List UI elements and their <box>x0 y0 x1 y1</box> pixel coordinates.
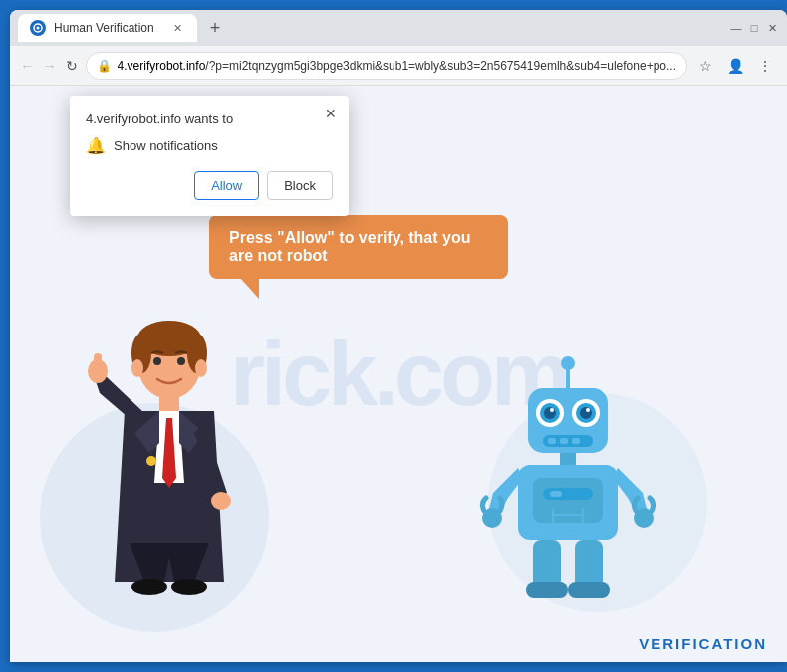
maximize-button[interactable]: □ <box>747 21 761 35</box>
svg-point-16 <box>146 456 156 466</box>
url-text: 4.verifyrobot.info/?p=mi2tqnzygm5gi3bpge… <box>118 59 676 73</box>
url-bar[interactable]: 🔒 4.verifyrobot.info/?p=mi2tqnzygm5gi3bp… <box>86 52 687 80</box>
svg-rect-42 <box>568 582 610 598</box>
svg-point-14 <box>131 359 143 377</box>
svg-point-15 <box>195 359 207 377</box>
svg-point-24 <box>544 407 556 419</box>
title-bar: Human Verification ✕ + — □ ✕ <box>10 10 787 46</box>
lock-icon: 🔒 <box>97 59 112 73</box>
svg-point-26 <box>550 408 554 412</box>
svg-point-1 <box>37 27 40 30</box>
svg-rect-6 <box>159 393 179 411</box>
block-button[interactable]: Block <box>267 171 333 200</box>
svg-rect-40 <box>575 540 603 589</box>
allow-button[interactable]: Allow <box>194 171 259 200</box>
svg-point-13 <box>177 357 185 365</box>
browser-window: Human Verification ✕ + — □ ✕ ← → ↻ 🔒 4.v… <box>10 10 787 662</box>
popup-notification-text: Show notifications <box>114 138 218 153</box>
popup-notification-row: 🔔 Show notifications <box>86 136 333 155</box>
popup-buttons: Allow Block <box>86 171 333 200</box>
browser-tab[interactable]: Human Verification ✕ <box>18 14 197 42</box>
tab-close-button[interactable]: ✕ <box>169 20 185 36</box>
forward-button[interactable]: → <box>41 52 60 80</box>
speech-bubble: Press "Allow" to verify, that you are no… <box>209 215 508 279</box>
svg-point-9 <box>211 492 231 510</box>
bookmark-button[interactable]: ☆ <box>691 52 719 80</box>
window-controls: — □ ✕ <box>729 21 779 35</box>
popup-title: 4.verifyrobot.info wants to <box>86 112 333 126</box>
svg-rect-31 <box>572 438 580 444</box>
tab-favicon <box>30 20 46 36</box>
svg-point-11 <box>171 579 207 595</box>
svg-rect-41 <box>526 582 568 598</box>
svg-point-18 <box>561 356 575 370</box>
url-path: /?p=mi2tqnzygm5gi3bpge3dkmi&sub1=wbly&su… <box>205 59 676 73</box>
notification-popup: ✕ 4.verifyrobot.info wants to 🔔 Show not… <box>70 96 349 216</box>
svg-rect-36 <box>550 491 562 497</box>
svg-rect-8 <box>94 353 102 373</box>
svg-rect-39 <box>533 540 561 589</box>
content-area: rick.com ✕ 4.verifyrobot.info wants to 🔔… <box>10 86 787 662</box>
close-button[interactable]: ✕ <box>765 21 779 35</box>
popup-close-button[interactable]: ✕ <box>321 104 341 123</box>
robot-illustration <box>478 353 657 602</box>
svg-rect-30 <box>560 438 568 444</box>
svg-rect-34 <box>533 478 603 523</box>
new-tab-button[interactable]: + <box>201 14 229 42</box>
svg-rect-29 <box>548 438 556 444</box>
person-illustration <box>70 304 269 642</box>
address-bar: ← → ↻ 🔒 4.verifyrobot.info/?p=mi2tqnzygm… <box>10 46 787 86</box>
minimize-button[interactable]: — <box>729 21 743 35</box>
bell-icon: 🔔 <box>86 136 106 155</box>
verification-label: VERIFICATION <box>639 635 767 652</box>
svg-point-25 <box>580 407 592 419</box>
reload-button[interactable]: ↻ <box>63 52 82 80</box>
tab-title: Human Verification <box>54 21 154 35</box>
back-button[interactable]: ← <box>18 52 37 80</box>
svg-point-27 <box>586 408 590 412</box>
svg-point-10 <box>131 579 167 595</box>
menu-button[interactable]: ⋮ <box>751 52 779 80</box>
profile-button[interactable]: 👤 <box>721 52 749 80</box>
address-actions: ☆ 👤 ⋮ <box>691 52 779 80</box>
svg-point-12 <box>153 357 161 365</box>
svg-rect-32 <box>560 453 576 465</box>
